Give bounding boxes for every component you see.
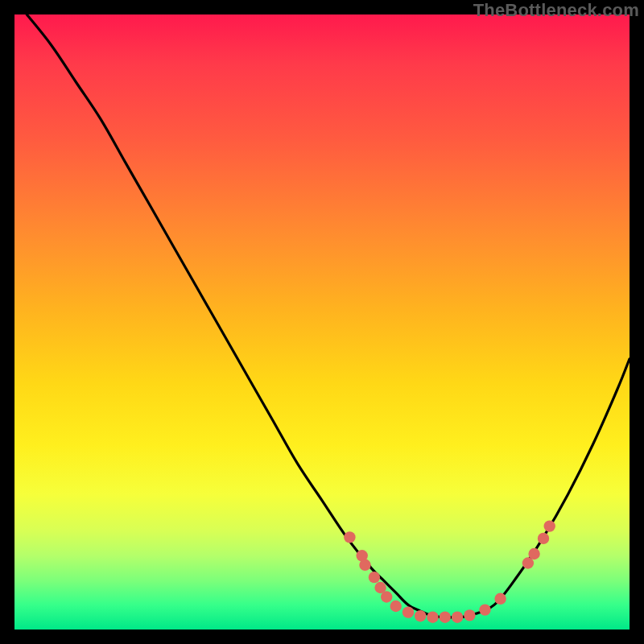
chart-marker	[440, 612, 451, 623]
chart-marker	[452, 612, 463, 623]
chart-marker	[381, 591, 392, 602]
chart-marker	[494, 593, 506, 605]
chart-marker	[402, 606, 414, 617]
chart-marker	[344, 531, 355, 543]
chart-marker	[479, 604, 490, 615]
chart-svg	[14, 14, 630, 630]
chart-marker	[538, 533, 549, 544]
chart-frame	[14, 14, 630, 630]
chart-marker	[528, 548, 539, 559]
chart-marker	[390, 601, 402, 612]
chart-marker	[544, 520, 555, 531]
bottleneck-curve	[27, 14, 630, 617]
chart-markers	[344, 520, 555, 623]
chart-marker	[369, 572, 380, 583]
chart-marker	[464, 609, 475, 621]
watermark-text: TheBottleneck.com	[473, 0, 639, 21]
chart-marker	[427, 612, 438, 623]
chart-marker	[415, 610, 426, 621]
chart-marker	[359, 559, 370, 571]
